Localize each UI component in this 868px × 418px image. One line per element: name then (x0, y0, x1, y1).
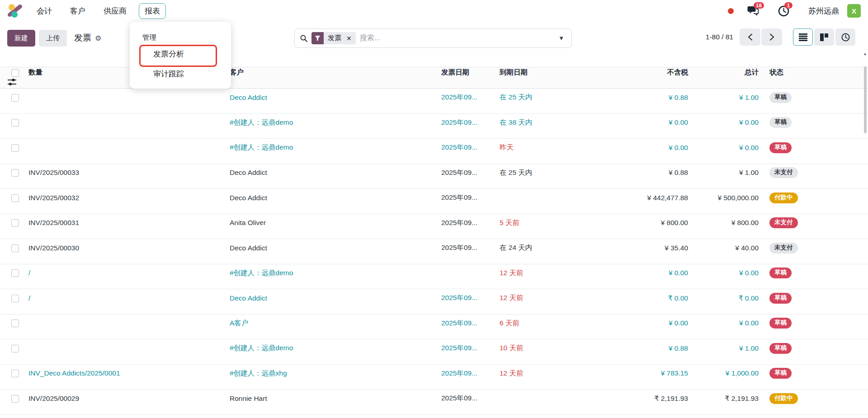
cell-invoice-date[interactable]: 2025年09... (441, 243, 500, 253)
column-options-button[interactable] (8, 78, 28, 88)
cell-untaxed[interactable]: ¥ 442,477.88 (601, 194, 688, 202)
table-row[interactable]: INV/2025/00029Ronnie Hart2025年09...₹ 2,1… (0, 390, 868, 415)
cell-customer[interactable]: Deco Addict (230, 169, 441, 177)
cell-customer[interactable]: #创建人：远鼎demo (230, 143, 441, 152)
cell-invoice-date[interactable]: 2025年09... (441, 319, 500, 328)
cell-total[interactable]: ₹ 2,191.93 (688, 395, 759, 403)
cell-total[interactable]: ¥ 1,000.00 (688, 369, 759, 377)
table-row[interactable]: INV/2025/00030Deco Addict2025年09...在 24 … (0, 239, 868, 264)
column-header-untaxed[interactable]: 不含税 (601, 68, 688, 77)
cell-untaxed[interactable]: ¥ 0.00 (601, 118, 688, 127)
cell-untaxed[interactable]: ¥ 0.88 (601, 169, 688, 177)
app-logo-icon[interactable] (7, 4, 22, 18)
cell-total[interactable]: ¥ 40.00 (688, 244, 759, 252)
cell-customer[interactable]: Deco Addict (230, 244, 441, 252)
cell-untaxed[interactable]: ₹ 2,191.93 (601, 395, 688, 403)
upload-button[interactable]: 上传 (39, 30, 67, 47)
cell-customer[interactable]: Deco Addict (230, 294, 441, 302)
cell-due-date[interactable]: 5 天前 (500, 218, 601, 228)
cell-due-date[interactable]: 12 天前 (500, 293, 601, 303)
column-header-customer[interactable]: 客户 (230, 68, 441, 77)
cell-invoice-date[interactable]: 2025年09... (441, 193, 500, 202)
cell-number[interactable]: INV/2025/00030 (28, 244, 230, 252)
table-row[interactable]: INV/2025/00033Deco Addict2025年09...在 25 … (0, 164, 868, 189)
cell-total[interactable]: ¥ 0.00 (688, 144, 759, 152)
cell-total[interactable]: ¥ 0.00 (688, 269, 759, 277)
row-checkbox[interactable] (11, 144, 19, 152)
cell-number[interactable]: / (28, 294, 230, 302)
select-all-checkbox[interactable] (11, 69, 19, 77)
cell-total[interactable]: ¥ 0.00 (688, 118, 759, 127)
cell-invoice-date[interactable]: 2025年09... (441, 293, 500, 303)
cell-invoice-date[interactable]: 2025年09... (441, 394, 500, 403)
search-input[interactable]: 搜索... (360, 33, 380, 43)
search-dropdown-toggle-icon[interactable]: ▼ (557, 35, 566, 42)
scrollbar-thumb[interactable] (864, 66, 867, 133)
gear-icon[interactable]: ⚙ (95, 34, 101, 42)
messages-tray[interactable]: 18 (747, 5, 759, 16)
menu-vendors[interactable]: 供应商 (98, 3, 132, 19)
column-header-invoice-date[interactable]: 发票日期 (441, 68, 500, 77)
cell-customer[interactable]: Ronnie Hart (230, 395, 441, 403)
row-checkbox[interactable] (11, 319, 19, 327)
cell-customer[interactable]: Anita Oliver (230, 219, 441, 227)
column-header-due-date[interactable]: 到期日期 (500, 68, 601, 77)
cell-untaxed[interactable]: ¥ 783.15 (601, 369, 688, 377)
cell-invoice-date[interactable]: 2025年09... (441, 118, 500, 127)
cell-total[interactable]: ¥ 1.00 (688, 344, 759, 352)
new-button[interactable]: 新建 (7, 30, 35, 47)
cell-due-date[interactable]: 6 天前 (500, 319, 601, 328)
menu-reports[interactable]: 报表 (139, 3, 166, 19)
cell-due-date[interactable]: 在 25 天内 (500, 93, 601, 102)
table-row[interactable]: #创建人：远鼎demo2025年09...10 天前¥ 0.88¥ 1.00草稿 (0, 339, 868, 365)
pager-next-button[interactable] (761, 28, 782, 46)
kanban-view-button[interactable] (814, 28, 834, 46)
table-row[interactable]: INV/2025/00031Anita Oliver2025年09...5 天前… (0, 214, 868, 240)
table-row[interactable]: INV/2025/00032Deco Addict2025年09...¥ 442… (0, 189, 868, 214)
cell-number[interactable]: / (28, 269, 230, 277)
cell-customer[interactable]: #创建人：远鼎demo (230, 343, 441, 353)
cell-number[interactable]: INV/2025/00032 (28, 194, 230, 202)
cell-number[interactable]: INV/2025/00033 (28, 169, 230, 177)
cell-number[interactable]: INV_Deco Addicts/2025/0001 (28, 369, 230, 377)
cell-customer[interactable]: Deco Addict (230, 194, 441, 202)
column-header-status[interactable]: 状态 (759, 68, 868, 77)
activities-tray[interactable]: 1 (778, 5, 789, 17)
company-name[interactable]: 苏州远鼎 (808, 6, 839, 16)
row-checkbox[interactable] (11, 269, 19, 277)
cell-untaxed[interactable]: ¥ 800.00 (601, 219, 688, 227)
cell-customer[interactable]: A客户 (230, 319, 441, 328)
table-row[interactable]: /#创建人：远鼎demo12 天前¥ 0.00¥ 0.00草稿 (0, 264, 868, 290)
row-checkbox[interactable] (11, 345, 19, 352)
menu-item-invoice-analysis[interactable]: 发票分析 (130, 44, 231, 64)
cell-due-date[interactable]: 10 天前 (500, 343, 601, 353)
cell-untaxed[interactable]: ¥ 0.88 (601, 344, 688, 352)
table-row[interactable]: #创建人：远鼎demo2025年09...昨天¥ 0.00¥ 0.00草稿 (0, 139, 868, 164)
cell-number[interactable]: INV/2025/00029 (28, 395, 230, 403)
cell-due-date[interactable]: 在 25 天内 (500, 168, 601, 178)
row-checkbox[interactable] (11, 395, 19, 403)
row-checkbox[interactable] (11, 295, 19, 302)
cell-due-date[interactable]: 在 38 天内 (500, 118, 601, 127)
menu-accounting[interactable]: 会计 (31, 3, 58, 19)
cell-invoice-date[interactable]: 2025年09... (441, 218, 500, 228)
cell-due-date[interactable]: 昨天 (500, 143, 601, 152)
cell-untaxed[interactable]: ¥ 35.40 (601, 244, 688, 252)
cell-total[interactable]: ¥ 800.00 (688, 219, 759, 227)
cell-invoice-date[interactable]: 2025年09... (441, 168, 500, 178)
cell-invoice-date[interactable]: 2025年09... (441, 143, 500, 152)
cell-due-date[interactable]: 12 天前 (500, 268, 601, 278)
cell-total[interactable]: ¥ 1.00 (688, 169, 759, 177)
cell-customer[interactable]: #创建人：远鼎demo (230, 268, 441, 278)
cell-invoice-date[interactable]: 2025年09... (441, 343, 500, 353)
cell-total[interactable]: ¥ 1.00 (688, 94, 759, 102)
row-checkbox[interactable] (11, 244, 19, 252)
cell-untaxed[interactable]: ¥ 0.88 (601, 94, 688, 102)
activity-view-button[interactable] (835, 28, 855, 46)
cell-total[interactable]: ₹ 0.00 (688, 294, 759, 302)
cell-number[interactable]: INV/2025/00031 (28, 219, 230, 227)
row-checkbox[interactable] (11, 370, 19, 377)
column-header-total[interactable]: 总计 (688, 68, 759, 77)
cell-total[interactable]: ¥ 500,000.00 (688, 194, 759, 202)
table-row[interactable]: INV_Deco Addicts/2025/0001#创建人：远鼎xhg2025… (0, 365, 868, 390)
